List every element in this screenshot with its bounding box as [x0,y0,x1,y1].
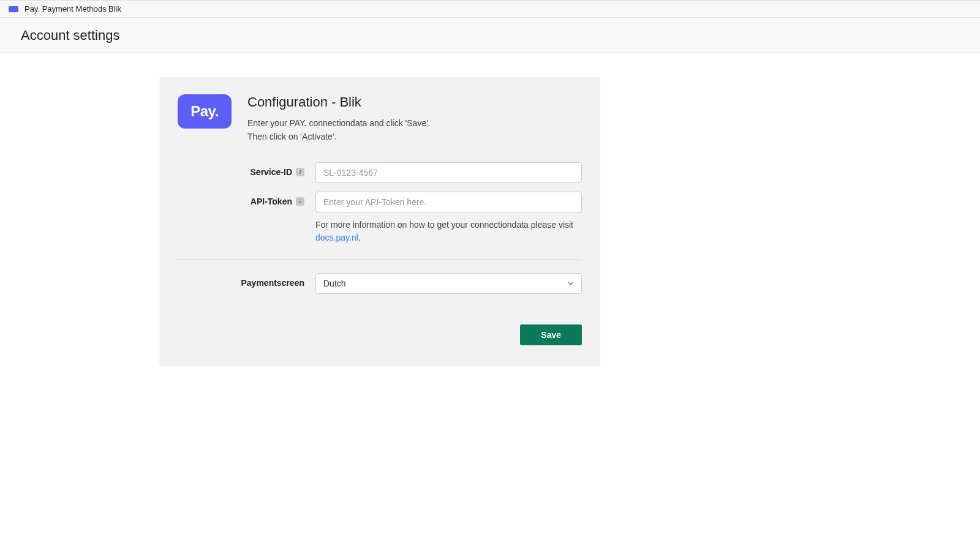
info-icon[interactable]: i [296,168,304,176]
service-id-input-wrap [315,162,582,183]
config-heading-block: Configuration - Blik Enter your PAY. con… [247,94,431,144]
config-desc-line2: Then click on 'Activate'. [247,130,431,143]
paymentscreen-select-wrap: Dutch [315,273,582,294]
service-id-label: Service-ID i [178,162,315,177]
help-text-prefix: For more information on how to get your … [315,220,573,230]
paymentscreen-row: Paymentscreen Dutch [178,273,582,294]
service-id-row: Service-ID i [178,162,582,183]
docs-link[interactable]: docs.pay.nl [315,233,358,242]
content-area: Pay. Configuration - Blik Enter your PAY… [0,53,980,366]
paymentscreen-label: Paymentscreen [178,273,315,288]
service-id-input[interactable] [315,162,582,183]
paymentscreen-label-text: Paymentscreen [241,278,304,288]
page-title: Account settings [21,28,959,43]
save-button[interactable]: Save [520,324,582,345]
config-desc-line1: Enter your PAY. connectiondata and click… [247,116,431,130]
api-token-row: API-Token i For more information on how … [178,192,582,244]
page-header: Account settings [0,18,980,53]
api-token-input[interactable] [315,192,582,212]
pay-favicon [9,6,18,12]
actions-row: Save [178,324,582,345]
info-icon[interactable]: i [296,197,304,206]
pay-logo: Pay. [178,94,232,129]
top-bar: Pay. Payment Methods Blik [0,0,980,18]
api-token-label-text: API-Token [251,197,292,206]
help-text-suffix: . [358,233,361,242]
config-card: Pay. Configuration - Blik Enter your PAY… [159,77,600,366]
config-title: Configuration - Blik [247,94,431,110]
paymentscreen-select[interactable]: Dutch [315,273,582,294]
api-token-input-wrap: For more information on how to get your … [315,192,582,244]
help-text: For more information on how to get your … [315,219,582,244]
service-id-label-text: Service-ID [251,167,292,177]
config-header: Pay. Configuration - Blik Enter your PAY… [178,94,582,144]
divider [178,259,582,260]
top-bar-title: Pay. Payment Methods Blik [24,4,121,13]
pay-logo-text: Pay. [190,103,219,120]
api-token-label: API-Token i [178,192,315,206]
